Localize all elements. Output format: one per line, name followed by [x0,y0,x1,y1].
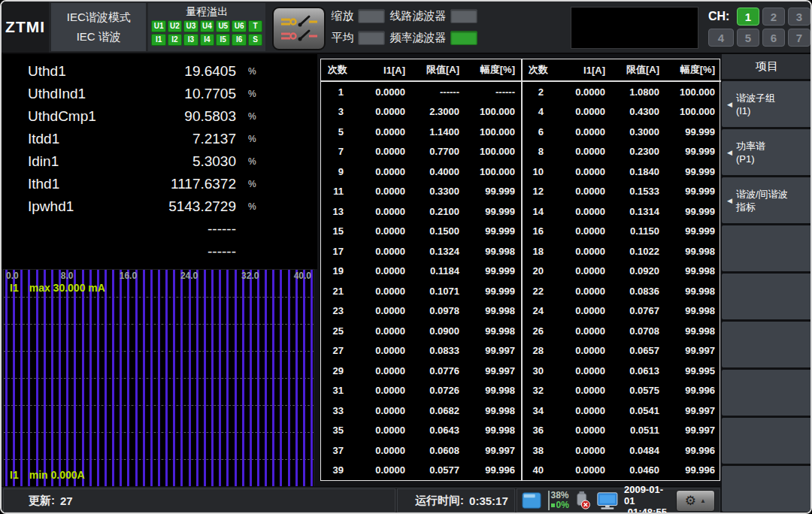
update-value: 27 [60,494,73,507]
storage-icon [522,491,543,510]
sidebar-item-line1: 谐波子组 [736,92,775,104]
limit-cell: 0.0460 [611,461,665,481]
graph-harmonic-bar [189,270,191,486]
measurement-unit: % [236,179,317,189]
measurement-row: ------ [2,240,317,263]
sidebar-item-line2: (P1) [736,153,765,165]
left-arrow-icon: ◀ [727,149,732,156]
graph-harmonic-bar [204,270,206,486]
channel-button-2[interactable]: 2 [762,8,785,26]
measurement-label: Idin1 [28,153,192,170]
limit-cell: 0.4300 [611,102,665,122]
amplitude-cell: 99.999 [465,222,521,242]
limit-cell: 0.0608 [411,440,465,461]
amplitude-cell: 100.000 [465,162,521,182]
measurement-row: UthdCmp190.5803% [2,105,317,128]
graph-harmonic-bar [20,270,23,486]
order-cell: 32 [521,381,554,401]
sidebar-item-label: 谐波/间谐波指标 [736,188,788,213]
graph-scale-text: max 30.000 mA [29,282,105,294]
wiring-settings-button[interactable] [272,7,326,50]
i1-cell: 0.0000 [554,440,611,461]
measurement-label: Ithd1 [28,176,171,192]
order-cell: 2 [521,82,554,102]
sidebar-item-label: 功率谱(P1) [736,140,765,165]
measurement-label: UthdInd1 [28,86,184,102]
amplitude-cell: 99.999 [665,182,721,202]
mode-title: IEC谐波模式 [67,11,131,25]
measurement-row: Ipwhd15143.2729% [2,195,317,218]
graph-harmonic-bar [13,270,15,486]
graph-harmonic-bar [36,270,38,486]
measurement-row: Idin15.3030% [2,150,317,173]
i1-cell: 0.0000 [354,341,411,361]
i1-cell: 0.0000 [554,162,611,182]
item-sidebar: 项目 ◀谐波子组(I1)◀功率谱(P1)◀谐波/间谐波指标 [722,54,812,514]
graph-harmonic-bar [265,270,267,486]
limit-cell: 0.0541 [611,401,665,421]
i1-cell: 0.0000 [354,201,411,222]
toggle-switch-line-filter[interactable] [450,9,477,23]
table-header-limit: 限值[A] [611,59,665,82]
toggle-switch-zoom[interactable] [358,9,385,23]
order-cell: 24 [521,301,554,322]
toggle-switch-average[interactable] [358,31,385,45]
channel-button-3[interactable]: 3 [788,8,810,26]
graph-harmonic-bar [51,270,53,486]
i1-cell: 0.0000 [354,321,411,341]
i1-cell: 0.0000 [554,262,611,282]
sidebar-item-harmonic-subgroup[interactable]: ◀谐波子组(I1) [722,81,812,127]
toggle-switch-frequency-filter[interactable] [450,31,477,45]
graph-harmonic-bar [257,270,259,486]
order-cell: 19 [321,262,354,282]
time-value: 01:48:55 [628,506,667,514]
channel-button-6[interactable]: 6 [762,29,785,47]
order-cell: 28 [521,341,554,361]
measurement-panel: Uthd119.6405%UthdInd110.7705%UthdCmp190.… [2,54,317,269]
graph-x-tick: 0.0 [6,271,19,281]
measurement-unit: % [236,111,317,122]
datetime-display: 2009-01-01 01:48:55 [624,484,671,514]
range-indicator-i4: I4 [200,34,214,46]
limit-cell: 0.0767 [611,301,665,322]
channel-button-5[interactable]: 5 [737,29,759,47]
range-overflow-title: 量程溢出 [151,4,262,19]
range-indicator-u3: U3 [183,20,198,32]
usb-disconnected-icon [574,491,591,510]
menu-up-icon: ▲ [700,497,706,504]
order-cell: 39 [321,461,354,481]
range-overflow-panel: 量程溢出 U1U2U3U4U5U6T I1I2I3I4I5I6S [148,3,265,51]
amplitude-cell: 99.999 [665,201,721,222]
mode-subtitle: IEC 谐波 [77,30,121,44]
i1-cell: 0.0000 [354,222,411,242]
order-cell: 23 [321,301,354,322]
mode-panel: IEC谐波模式 IEC 谐波 [51,3,146,51]
channel-button-7[interactable]: 7 [788,29,810,47]
measurement-unit: % [236,89,317,99]
limit-cell: 1.0800 [611,82,665,102]
limit-cell: 0.1184 [411,262,465,282]
graph-harmonic-bar [74,270,76,486]
update-label: 更新: [29,494,55,508]
channel-button-1[interactable]: 1 [737,8,759,26]
measurement-value: 1117.6372 [171,176,236,192]
channel-button-4[interactable]: 4 [708,29,734,47]
i1-cell: 0.0000 [354,262,411,282]
i1-cell: 0.0000 [554,241,611,262]
sidebar-item-harmonic-indicators[interactable]: ◀谐波/间谐波指标 [722,177,812,223]
amplitude-cell: 99.999 [665,162,721,182]
range-indicator-u5: U5 [216,20,230,32]
limit-cell: 0.1500 [411,222,465,242]
order-cell: 7 [321,142,354,162]
limit-cell: 0.0900 [411,321,465,341]
i1-cell: 0.0000 [554,341,611,361]
amplitude-cell: 100.000 [465,142,521,162]
measurement-label: Itdd1 [28,131,192,147]
settings-menu-button[interactable]: ⚙ ▲ [676,490,715,512]
range-indicator-u4: U4 [200,20,214,32]
measurement-value: ------ [208,221,236,237]
sidebar-item-power-spectrum[interactable]: ◀功率谱(P1) [722,129,812,175]
amplitude-cell: 99.997 [665,341,721,361]
brand-logo: ZTMI [2,2,49,53]
toggle-label-zoom: 缩放 [331,9,353,23]
